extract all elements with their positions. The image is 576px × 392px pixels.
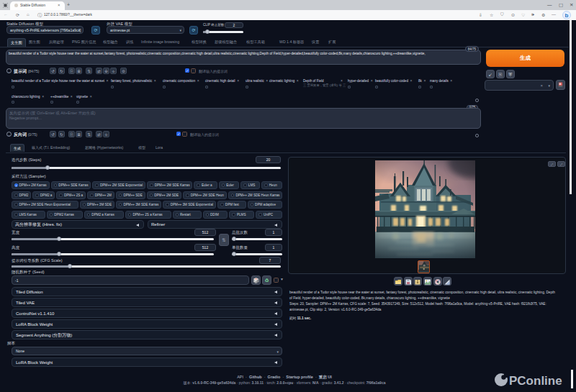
svg-text:PConline: PConline	[509, 374, 562, 388]
